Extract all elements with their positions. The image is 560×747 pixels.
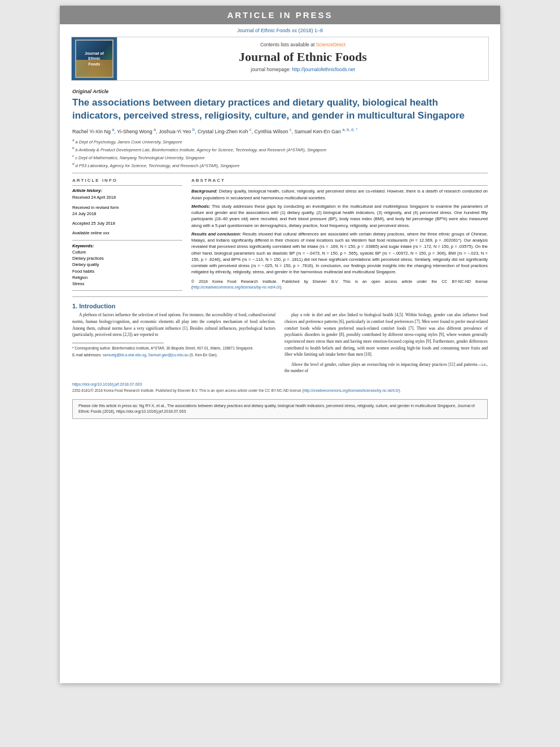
page: ARTICLE IN PRESS Journal of Ethnic Foods… xyxy=(60,6,500,683)
journal-logo: Journal of Ethnic Foods xyxy=(72,37,117,80)
background-text: Dietary quality, biological health, cult… xyxy=(191,189,488,200)
keyword-4: Religion xyxy=(72,275,88,280)
abstract-methods: Methods: This study addresses these gaps… xyxy=(191,203,488,229)
paper-title: The associations between dietary practic… xyxy=(72,97,488,123)
main-content: Original Article The associations betwee… xyxy=(60,83,500,425)
sciencedirect-link[interactable]: ScienceDirect xyxy=(316,42,345,47)
keyword-5: Stress xyxy=(72,281,84,286)
article-info-abstract-section: ARTICLE INFO Article history: Received 2… xyxy=(72,178,488,293)
keyword-1: Dietary practices xyxy=(72,256,104,261)
footnote-divider xyxy=(72,343,164,343)
abstract-label: ABSTRACT xyxy=(191,178,488,183)
email-label: E-mail addresses: xyxy=(72,353,102,357)
logo-line2: Ethnic xyxy=(88,56,100,60)
banner-text: ARTICLE IN PRESS xyxy=(227,10,333,20)
info-divider-1 xyxy=(72,185,182,186)
keyword-3: Food habits xyxy=(72,269,94,274)
article-info-column: ARTICLE INFO Article history: Received 2… xyxy=(72,178,182,293)
divider-after-affiliations xyxy=(72,173,488,173)
info-divider-2 xyxy=(72,240,182,241)
issn-prefix: 2352-6181/© 2018 Korea Food Research Ins… xyxy=(72,388,304,392)
journal-title-header: Journal of Ethnic Foods xyxy=(126,50,480,64)
available-online: Available online xxx xyxy=(72,230,182,236)
keywords-section: Keywords: Culture Dietary practices Diet… xyxy=(72,243,182,287)
open-access-line: 2352-6181/© 2018 Korea Food Research Ins… xyxy=(72,388,488,394)
open-access-link[interactable]: http://creativecommons.org/licenses/lice… xyxy=(304,388,399,392)
article-in-press-banner: ARTICLE IN PRESS xyxy=(60,6,500,24)
journal-homepage-line: journal homepage: http://journalofethnic… xyxy=(126,67,480,72)
intro-right-col: play a role in diet and are also linked … xyxy=(285,312,488,378)
abstract-background: Background: Dietary quality, biological … xyxy=(191,188,488,201)
intro-right-para2: Above the level of gender, culture plays… xyxy=(285,361,488,374)
article-info-label: ARTICLE INFO xyxy=(72,178,182,183)
journal-homepage-link[interactable]: http://journalofethnicfoods.net xyxy=(292,67,355,72)
logo-line1: Journal of xyxy=(85,51,104,55)
journal-ref-text: Journal of Ethnic Foods xx (2018) 1–8 xyxy=(237,28,323,33)
results-text: Results showed that cultural differences… xyxy=(191,231,488,275)
keyword-0: Culture xyxy=(72,250,86,255)
keyword-2: Dietary quality xyxy=(72,262,99,267)
methods-text: This study addresses these gaps by condu… xyxy=(191,204,488,228)
cc-license-link[interactable]: http://creativecommons.org/licenses/by-n… xyxy=(193,285,279,289)
abstract-text: Background: Dietary quality, biological … xyxy=(191,188,488,290)
affiliation-c: c c Dept of Mathematics, Nanyang Technol… xyxy=(72,153,488,161)
journal-ref-line: Journal of Ethnic Foods xx (2018) 1–8 xyxy=(60,24,500,34)
affiliation-b: b b Antibody & Product Development Lab, … xyxy=(72,145,488,153)
intro-right-para1: play a role in diet and are also linked … xyxy=(285,312,488,357)
homepage-url: http://journalofethnicfoods.net xyxy=(292,67,355,72)
affiliation-d: d d P53 Laboratory, Agency for Science, … xyxy=(72,161,488,169)
authors-line: Rachel Yi-Xin Ng a, Yi-Sheng Wong a, Jos… xyxy=(72,127,488,136)
history-heading: Article history: xyxy=(72,188,182,193)
footnote-email: E-mail addresses: samuelg@bii.a-star.edu… xyxy=(72,352,275,358)
affiliation-a: a a Dept of Psychology, James Cook Unive… xyxy=(72,137,488,145)
abstract-divider xyxy=(191,185,488,186)
logo-line3: Foods xyxy=(89,62,100,66)
footnote-asterisk: * Corresponding author. Bioinformatics I… xyxy=(72,346,275,351)
sciencedirect-line: Contents lists available at ScienceDirec… xyxy=(126,42,480,47)
sciencedirect-label: Contents lists available at xyxy=(260,42,314,47)
journal-logo-image: Journal of Ethnic Foods xyxy=(75,40,113,78)
citation-text: Please cite this article in press as: Ng… xyxy=(78,404,475,414)
affiliations: a a Dept of Psychology, James Cook Unive… xyxy=(72,137,488,168)
homepage-label: journal homepage: xyxy=(251,67,290,72)
received-date: Received 24 April 2018 xyxy=(72,194,182,200)
intro-left-col: A plethora of factors influence the sele… xyxy=(72,312,275,378)
keywords-label: Keywords: xyxy=(72,243,94,248)
info-divider-3 xyxy=(72,290,182,291)
accepted-date: Accepted 25 July 2018 xyxy=(72,220,182,226)
journal-header: Journal of Ethnic Foods Contents lists a… xyxy=(71,37,489,81)
sciencedirect-name: ScienceDirect xyxy=(316,42,345,47)
divider-before-intro xyxy=(72,296,488,297)
results-label: Results and conclusion: xyxy=(191,231,241,237)
introduction-body: A plethora of factors influence the sele… xyxy=(72,312,488,378)
email-link-2[interactable]: Samuel.gan@jcu.edu.au xyxy=(148,353,189,357)
article-type-label: Original Article xyxy=(72,89,488,94)
received-revised: Received in revised form 24 July 2018 xyxy=(72,204,182,217)
journal-header-right: Contents lists available at ScienceDirec… xyxy=(117,37,488,80)
intro-left-para1: A plethora of factors influence the sele… xyxy=(72,312,275,338)
email-link-1[interactable]: samuelg@bii.a-star.edu.sg xyxy=(103,353,146,357)
introduction-heading: 1. Introduction xyxy=(72,303,488,309)
abstract-copyright: © 2018 Korea Food Research Institute. Pu… xyxy=(191,279,488,290)
background-label: Background: xyxy=(191,189,217,194)
methods-label: Methods: xyxy=(191,204,210,209)
abstract-column: ABSTRACT Background: Dietary quality, bi… xyxy=(191,178,488,293)
abstract-results: Results and conclusion: Results showed t… xyxy=(191,231,488,276)
citation-box: Please cite this article in press as: Ng… xyxy=(72,399,488,419)
doi-link[interactable]: https://doi.org/10.1016/j.jef.2018.07.00… xyxy=(72,382,142,386)
doi-line: https://doi.org/10.1016/j.jef.2018.07.00… xyxy=(72,382,488,386)
